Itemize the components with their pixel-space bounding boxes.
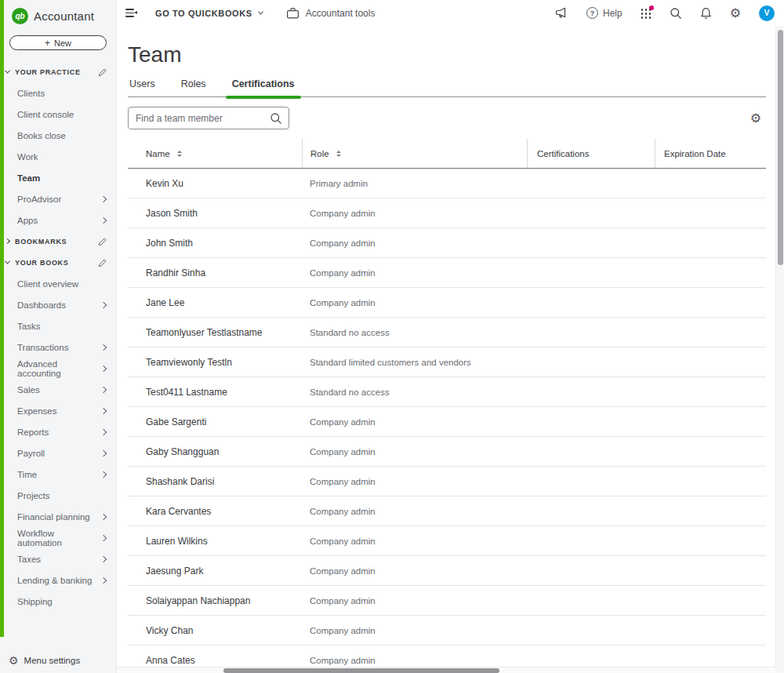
sidebar-item-projects[interactable]: Projects	[0, 485, 116, 506]
table-row[interactable]: Teamonlyuser Testlastname Standard no ac…	[128, 318, 766, 347]
column-header-expiration-date[interactable]: Expiration Date	[655, 139, 766, 168]
table-row[interactable]: Teamviewonly Testln Standard limited cus…	[128, 347, 766, 377]
column-header-name[interactable]: Name	[128, 139, 302, 168]
edit-pencil-icon[interactable]	[98, 67, 107, 77]
sidebar-item-label: Taxes	[17, 555, 41, 564]
search-icon[interactable]	[670, 7, 682, 20]
sidebar-item-clients[interactable]: Clients	[0, 82, 116, 104]
table-settings-gear-icon[interactable]: ⚙	[750, 112, 761, 125]
chevron-right-icon	[100, 216, 107, 223]
sidebar-section-your-books[interactable]: YOUR BOOKS	[0, 252, 116, 273]
sidebar-item-team[interactable]: Team	[0, 167, 116, 188]
table-row[interactable]: Gaby Shangguan Company admin	[128, 437, 766, 467]
column-header-role[interactable]: Role	[302, 139, 527, 168]
sidebar-item-label: Clients	[17, 89, 45, 98]
horizontal-scrollbar-thumb[interactable]	[223, 668, 499, 673]
cell-role: Company admin	[302, 467, 527, 496]
cell-role: Standard no access	[302, 318, 527, 347]
help-button[interactable]: ? Help	[586, 7, 622, 19]
cell-name: Jason Smith	[128, 198, 302, 227]
sidebar-item-advanced-accounting[interactable]: Advanced accounting	[0, 358, 116, 379]
sidebar-item-payroll[interactable]: Payroll	[0, 442, 116, 464]
table-row[interactable]: Gabe Sargenti Company admin	[128, 407, 766, 437]
menu-settings-button[interactable]: ⚙ Menu settings	[9, 655, 80, 666]
cell-certifications	[527, 586, 655, 615]
sidebar-item-client-console[interactable]: Client console	[0, 104, 116, 125]
sidebar-item-reports[interactable]: Reports	[0, 421, 116, 442]
accountant-tools-button[interactable]: Accountant tools	[286, 7, 376, 20]
tab-roles[interactable]: Roles	[180, 77, 208, 96]
table-row[interactable]: John Smith Company admin	[128, 228, 766, 258]
tab-label: Roles	[181, 78, 206, 89]
go-to-quickbooks-button[interactable]: GO TO QUICKBOOKS	[155, 9, 263, 18]
page-title: Team	[128, 42, 776, 67]
megaphone-icon[interactable]	[555, 7, 568, 19]
app-name: Accountant	[34, 9, 94, 23]
table-row[interactable]: Shashank Darisi Company admin	[128, 467, 766, 497]
sidebar-item-financial-planning[interactable]: Financial planning	[0, 506, 116, 527]
search-input[interactable]	[129, 113, 270, 124]
table-row[interactable]: Jane Lee Company admin	[128, 288, 766, 318]
table-row[interactable]: Test0411 Lastname Standard no access	[128, 377, 766, 407]
sidebar-item-proadvisor[interactable]: ProAdvisor	[0, 188, 116, 209]
table-row[interactable]: Kevin Xu Primary admin	[128, 169, 766, 198]
sidebar-item-books-close[interactable]: Books close	[0, 125, 116, 146]
table-row[interactable]: Randhir Sinha Company admin	[128, 258, 766, 288]
cell-expiration-date	[655, 377, 766, 406]
table-row[interactable]: Jaesung Park Company admin	[128, 556, 766, 586]
cell-name: John Smith	[128, 228, 302, 257]
sidebar-item-time[interactable]: Time	[0, 464, 116, 485]
sidebar-item-transactions[interactable]: Transactions	[0, 336, 116, 358]
sort-icon[interactable]	[177, 151, 182, 157]
sidebar-item-taxes[interactable]: Taxes	[0, 548, 116, 569]
collapse-menu-icon[interactable]	[125, 9, 137, 17]
column-header-certifications[interactable]: Certifications	[527, 139, 655, 168]
sidebar-item-label: Team	[17, 173, 40, 183]
cell-name: Kevin Xu	[128, 169, 302, 198]
cell-role: Company admin	[302, 616, 527, 645]
table-row[interactable]: Solaiyappan Nachiappan Company admin	[128, 586, 766, 616]
sidebar-item-shipping[interactable]: Shipping	[0, 591, 116, 612]
sidebar-section-bookmarks[interactable]: BOOKMARKS	[0, 231, 116, 252]
sidebar-item-tasks[interactable]: Tasks	[0, 315, 116, 336]
sidebar-item-work[interactable]: Work	[0, 146, 116, 167]
bell-icon[interactable]	[700, 7, 712, 20]
tab-users[interactable]: Users	[128, 77, 157, 96]
horizontal-scrollbar[interactable]	[117, 667, 776, 673]
section-chevron-icon[interactable]	[5, 238, 10, 244]
column-label: Role	[310, 149, 329, 158]
table-row[interactable]: Vicky Chan Company admin	[128, 616, 766, 646]
sidebar-item-label: Advanced accounting	[17, 359, 101, 378]
section-chevron-icon[interactable]	[5, 68, 10, 74]
sidebar-item-label: Projects	[17, 491, 50, 500]
cell-expiration-date	[655, 437, 766, 466]
sidebar-item-sales[interactable]: Sales	[0, 379, 116, 400]
sidebar-item-lending-banking[interactable]: Lending & banking	[0, 569, 116, 591]
help-label: Help	[603, 8, 622, 19]
chevron-right-icon	[100, 386, 107, 392]
settings-gear-icon[interactable]: ⚙	[730, 7, 741, 20]
sidebar-item-dashboards[interactable]: Dashboards	[0, 294, 116, 315]
avatar[interactable]: V	[759, 5, 775, 21]
tab-certifications[interactable]: Certifications	[230, 77, 296, 96]
section-chevron-icon[interactable]	[5, 259, 10, 264]
table-body: Kevin Xu Primary admin Jason Smith Compa…	[128, 169, 766, 673]
apps-grid-icon[interactable]	[641, 8, 652, 18]
chevron-right-icon	[100, 513, 107, 519]
sort-icon[interactable]	[336, 151, 341, 157]
sidebar-item-apps[interactable]: Apps	[0, 209, 116, 231]
sidebar-item-workflow-automation[interactable]: Workflow automation	[0, 527, 116, 548]
vertical-scrollbar-thumb[interactable]	[778, 30, 783, 265]
table-row[interactable]: Jason Smith Company admin	[128, 198, 766, 228]
sidebar-section-your-practice[interactable]: YOUR PRACTICE	[0, 61, 116, 82]
edit-pencil-icon[interactable]	[98, 237, 107, 246]
table-row[interactable]: Kara Cervantes Company admin	[128, 497, 766, 526]
new-button[interactable]: + New	[9, 35, 107, 50]
table-row[interactable]: Lauren Wilkins Company admin	[128, 526, 766, 556]
sidebar-item-expenses[interactable]: Expenses	[0, 400, 116, 421]
cell-role: Standard limited customers and vendors	[302, 347, 527, 377]
sidebar-item-client-overview[interactable]: Client overview	[0, 273, 116, 294]
vertical-scrollbar[interactable]	[775, 26, 784, 673]
edit-pencil-icon[interactable]	[98, 258, 107, 267]
sidebar-item-label: Dashboards	[17, 300, 66, 310]
